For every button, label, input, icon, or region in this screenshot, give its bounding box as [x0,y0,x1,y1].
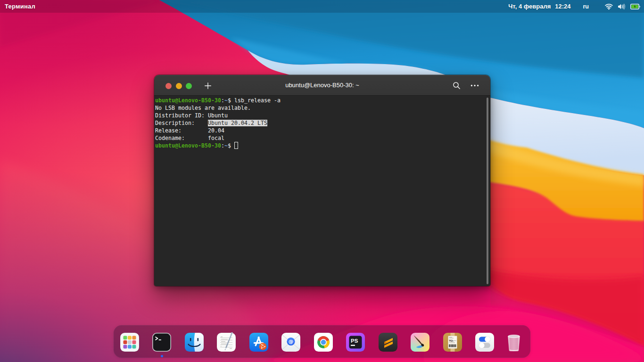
app-store-ubuntu-icon [249,332,269,352]
dock-item-terminal[interactable] [152,332,172,352]
sublime-text-icon [378,332,398,352]
text-editor-icon [216,332,236,352]
mail-icon: @ [281,332,301,352]
dock: @ [114,325,530,358]
terminal-text: ubuntu@Lenovo-B50-30:~$ lsb_release -aNo… [155,97,281,149]
terminal-window: ubuntu@Lenovo-B50-30: ~ ubuntu@Lenovo-B5… [154,75,490,286]
package-icon: TO: [443,332,462,352]
chrome-icon [314,332,333,352]
window-titlebar[interactable]: ubuntu@Lenovo-B50-30: ~ [154,75,490,96]
terminal-line: Codename: focal [155,134,281,142]
paint-icon [410,332,430,352]
menu-ellipsis-icon[interactable] [470,82,479,90]
svg-text:PS: PS [351,338,358,344]
dock-item-package-manager[interactable]: TO: [443,332,462,352]
battery-charging-icon [630,4,640,9]
dock-item-app-store[interactable] [249,332,269,352]
finder-icon [184,332,204,352]
dock-item-phpstorm[interactable]: PS [346,332,365,352]
dock-item-paint[interactable] [410,332,430,352]
terminal-line: ubuntu@Lenovo-B50-30:~$ [155,142,281,149]
dock-item-trash[interactable] [504,332,524,352]
terminal-line: Release: 20.04 [155,127,281,134]
terminal-line: Description: Ubuntu 20.04.2 LTS [155,119,281,127]
running-indicator-dot [161,355,163,357]
focused-app-name[interactable]: Терминал [5,3,35,10]
phpstorm-icon: PS [346,332,365,352]
svg-text:@: @ [289,338,294,344]
scrollbar-thumb[interactable] [487,98,488,284]
top-bar: Терминал Чт, 4 февраля 12:24 ru [0,0,644,13]
dock-item-chrome[interactable] [314,332,333,352]
volume-icon [618,3,626,10]
dock-item-settings[interactable] [475,332,495,352]
desktop: { "top_bar": { "app_name": "Терминал", "… [0,0,644,362]
svg-text:TO:: TO: [449,339,454,342]
terminal-line: No LSB modules are available. [155,104,281,112]
clock[interactable]: Чт, 4 февраля 12:24 [508,3,570,10]
settings-toggles-icon [475,332,495,352]
dock-item-sublime-text[interactable] [378,332,398,352]
system-status-area[interactable] [600,3,640,10]
dock-item-mail[interactable]: @ [281,332,301,352]
dock-item-launchpad[interactable] [120,332,140,352]
dock-item-finder[interactable] [184,332,204,352]
terminal-line: Distributor ID: Ubuntu [155,112,281,119]
search-icon[interactable] [453,82,461,90]
terminal-icon [152,332,172,352]
terminal-body[interactable]: ubuntu@Lenovo-B50-30:~$ lsb_release -aNo… [154,96,490,286]
terminal-cursor [234,142,238,149]
wifi-icon [605,3,613,10]
dock-item-text-editor[interactable] [216,332,236,352]
trash-icon [504,332,524,352]
clock-time: 12:24 [555,3,570,10]
terminal-line: ubuntu@Lenovo-B50-30:~$ lsb_release -a [155,97,281,104]
launchpad-icon [120,332,140,352]
keyboard-layout-indicator[interactable]: ru [583,3,589,10]
window-title: ubuntu@Lenovo-B50-30: ~ [154,75,490,96]
clock-date: Чт, 4 февраля [508,3,551,10]
